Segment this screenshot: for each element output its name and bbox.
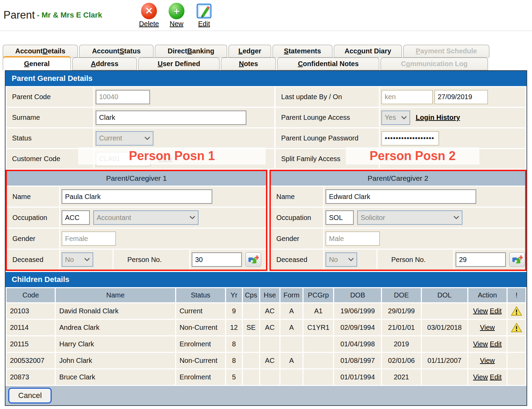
surname-label: Surname <box>7 108 93 127</box>
cancel-button[interactable]: Cancel <box>8 388 52 403</box>
edit-link[interactable]: Edit <box>490 307 501 315</box>
last-update-by-input[interactable] <box>381 90 433 104</box>
section-parent-general-details: Parent General Details <box>6 71 526 86</box>
caregiver2-name-label: Name <box>271 187 323 207</box>
tab-direct-banking[interactable]: Direct Banking <box>155 45 227 57</box>
new-button[interactable]: ＋ New <box>167 3 186 28</box>
view-link[interactable]: View <box>473 307 488 315</box>
chevron-down-icon <box>84 258 90 261</box>
section-children-details: Children Details <box>6 272 526 287</box>
table-row: 20115 Harry Clark Enrolment 8 01/04/1998… <box>7 336 525 352</box>
status-label: Status <box>7 128 93 148</box>
view-link[interactable]: View <box>473 373 488 381</box>
delete-icon: ✕ <box>141 3 157 19</box>
caregiver2-header: Parent/Caregiver 2 <box>271 171 525 186</box>
caregiver2-occupation-code-input[interactable] <box>326 210 354 225</box>
caregiver1-deceased-label: Deceased <box>7 250 59 270</box>
caregiver2-deceased-label: Deceased <box>271 250 323 270</box>
chevron-down-icon <box>145 137 150 140</box>
caregiver1-deceased-select[interactable]: No <box>62 252 93 267</box>
parent-code-label: Parent Code <box>7 87 93 107</box>
login-history-link[interactable]: Login History <box>416 114 460 122</box>
page-title: Parent- Mr & Mrs E Clark <box>3 9 102 21</box>
view-link[interactable]: View <box>480 357 495 364</box>
footer-bar: Cancel <box>6 386 526 405</box>
chevron-down-icon <box>348 258 354 261</box>
children-table-header-row: Code Name Status Yr Cps Hse Form PCGrp D… <box>7 288 525 302</box>
children-table: Code Name Status Yr Cps Hse Form PCGrp D… <box>6 287 526 386</box>
delete-button[interactable]: ✕ Delete <box>139 3 159 28</box>
caregiver1-name-input[interactable] <box>62 189 212 204</box>
parent-lounge-access-select[interactable]: Yes <box>381 111 410 125</box>
tab-account-status[interactable]: Account Status <box>79 45 153 57</box>
parent-code-input[interactable] <box>96 90 150 104</box>
tab-bar-account: Account Details Account Status Direct Ba… <box>0 45 532 57</box>
chevron-down-icon <box>454 216 459 219</box>
caregiver-panels: Parent/Caregiver 1 Name Occupation Accou… <box>6 170 526 272</box>
tab-communication-log: Communication Log <box>381 57 488 70</box>
table-row: 20873 Bruce Clark Enrolment 5 01/01/1994… <box>7 369 525 385</box>
tab-account-details[interactable]: Account Details <box>3 45 78 57</box>
table-row: 20114 Andrea Clark Non-Current 12 SE AC … <box>7 320 525 335</box>
last-update-on-input[interactable] <box>434 90 488 104</box>
puzzle-add-icon <box>512 255 523 264</box>
caregiver1-link-person-button[interactable] <box>245 252 261 267</box>
caregiver1-header: Parent/Caregiver 1 <box>7 171 266 186</box>
status-select[interactable]: Current <box>96 131 153 146</box>
tab-address[interactable]: Address <box>72 57 137 70</box>
caregiver2-person-no-input[interactable] <box>456 252 506 267</box>
caregiver1-name-label: Name <box>7 187 59 207</box>
caregiver2-link-person-button[interactable] <box>509 252 525 267</box>
surname-input[interactable] <box>96 111 246 125</box>
caregiver2-gender-label: Gender <box>271 229 323 249</box>
tab-notes[interactable]: Notes <box>221 57 276 70</box>
tab-user-defined[interactable]: User Defined <box>138 57 220 70</box>
page-title-text: Parent <box>3 9 35 21</box>
tab-account-diary[interactable]: Account Diary <box>334 45 402 57</box>
view-link[interactable]: View <box>480 324 495 331</box>
warning-icon <box>511 323 522 333</box>
warning-icon <box>511 306 522 316</box>
table-row: 200532007 John Clark Non-Current 8 AC A … <box>7 353 525 368</box>
header-actions: ✕ Delete ＋ New Edit <box>139 3 214 28</box>
chevron-down-icon <box>401 116 407 119</box>
tab-bar-detail: General Address User Defined Notes Confi… <box>0 57 532 70</box>
main-panel: Person Posn 1 Person Posn 2 Parent Gener… <box>5 70 527 406</box>
tab-confidential-notes[interactable]: Confidential Notes <box>277 57 379 70</box>
tab-ledger[interactable]: Ledger <box>228 45 271 57</box>
highlight-box-person-posn-1: Parent/Caregiver 1 Name Occupation Accou… <box>6 170 267 271</box>
caregiver1-gender-input[interactable] <box>62 231 116 246</box>
page-subtitle: - Mr & Mrs E Clark <box>37 11 102 19</box>
caregiver1-occupation-select[interactable]: Accountant <box>93 210 199 225</box>
last-update-label: Last update By / On <box>276 87 379 107</box>
tab-general[interactable]: General <box>3 56 71 70</box>
delete-label: Delete <box>139 20 159 28</box>
annotation-person-posn-1: Person Posn 1 <box>78 147 266 165</box>
edit-button[interactable]: Edit <box>194 3 214 28</box>
tab-payment-schedule: Payment Schedule <box>403 45 489 57</box>
caregiver1-occupation-code-input[interactable] <box>62 210 90 225</box>
view-link[interactable]: View <box>473 340 488 348</box>
chevron-down-icon <box>190 216 195 219</box>
caregiver2-person-no-label: Person No. <box>377 250 453 270</box>
parent-lounge-password-label: Parent Lounge Password <box>276 128 379 148</box>
page-header: Parent- Mr & Mrs E Clark ✕ Delete ＋ New … <box>0 0 532 31</box>
caregiver1-occupation-label: Occupation <box>7 208 59 228</box>
edit-link[interactable]: Edit <box>490 340 501 348</box>
caregiver2-occupation-label: Occupation <box>271 208 323 228</box>
caregiver2-deceased-select[interactable]: No <box>326 252 357 267</box>
caregiver2-name-input[interactable] <box>326 189 476 204</box>
caregiver1-gender-label: Gender <box>7 229 59 249</box>
new-icon: ＋ <box>169 3 184 19</box>
parent-lounge-access-label: Parent Lounge Access <box>276 108 379 127</box>
caregiver1-person-no-input[interactable] <box>192 252 242 267</box>
edit-label: Edit <box>198 20 210 28</box>
caregiver1-person-no-label: Person No. <box>114 250 189 270</box>
caregiver2-gender-input[interactable] <box>326 231 380 246</box>
highlight-box-person-posn-2: Parent/Caregiver 2 Name Occupation Solic… <box>269 170 526 271</box>
tab-statements[interactable]: Statements <box>273 45 332 57</box>
table-row: 20103 David Ronald Clark Current 9 AC A … <box>7 303 525 319</box>
edit-link[interactable]: Edit <box>490 373 501 381</box>
caregiver2-occupation-select[interactable]: Solicitor <box>357 210 462 225</box>
parent-lounge-password-input[interactable] <box>381 131 439 146</box>
